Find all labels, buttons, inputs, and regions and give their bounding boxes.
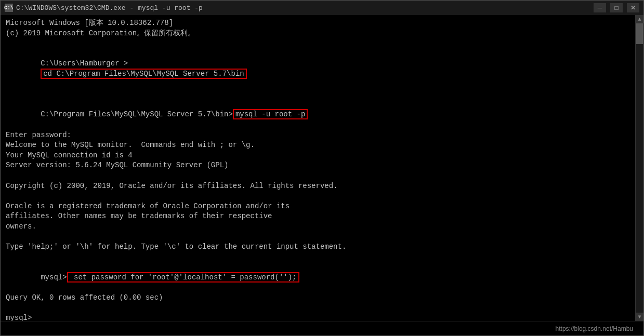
prompt-2: C:\Program Files\MySQL\MySQL Server 5.7\… xyxy=(41,110,233,118)
line-help: Type 'help;' or '\h' for help. Type '\c'… xyxy=(6,242,630,252)
close-button[interactable]: ✕ xyxy=(627,3,639,12)
window-icon: C:\ xyxy=(5,4,13,12)
line-oracle-1: Oracle is a registered trademark of Orac… xyxy=(6,201,630,212)
restore-button[interactable]: □ xyxy=(610,3,623,12)
line-mysql-prompt-final: mysql> xyxy=(6,313,630,321)
line-enter-password: Enter password: xyxy=(6,130,630,141)
title-bar-left: C:\ C:\WINDOWS\system32\CMD.exe - mysql … xyxy=(5,4,203,12)
line-connection-id: Your MySQL connection id is 4 xyxy=(6,151,630,161)
scrollbar[interactable]: ▲ ▼ xyxy=(635,15,643,321)
set-password-highlighted: set password for 'root'@'localhost' = pa… xyxy=(67,272,299,283)
line-blank-2 xyxy=(6,89,630,100)
scroll-down-arrow[interactable]: ▼ xyxy=(636,313,644,321)
line-copyright: Copyright (c) 2000, 2019, Oracle and/or … xyxy=(6,181,630,192)
line-blank-1 xyxy=(6,38,630,49)
line-server-version: Server version: 5.6.24 MySQL Community S… xyxy=(6,160,630,171)
cmd-window: C:\ C:\WINDOWS\system32\CMD.exe - mysql … xyxy=(0,0,644,336)
line-blank-6 xyxy=(6,252,630,263)
line-oracle-3: owners. xyxy=(6,222,630,232)
title-bar-text: C:\WINDOWS\system32\CMD.exe - mysql -u r… xyxy=(16,4,203,12)
line-blank-4 xyxy=(6,191,630,201)
line-mysql-command: C:\Program Files\MySQL\MySQL Server 5.7\… xyxy=(6,100,630,130)
terminal-content[interactable]: Microsoft Windows [版本 10.0.18362.778] (c… xyxy=(1,15,635,321)
content-area: Microsoft Windows [版本 10.0.18362.778] (c… xyxy=(1,15,643,321)
watermark-text: https://blog.csdn.net/Hambu xyxy=(556,325,633,332)
line-blank-7 xyxy=(6,303,630,314)
line-cd-command: C:\Users\Hamburger > cd C:\Program Files… xyxy=(6,49,630,89)
title-bar-controls: ─ □ ✕ xyxy=(594,3,639,12)
line-blank-5 xyxy=(6,232,630,242)
cd-command-highlighted: cd C:\Program Files\MySQL\MySQL Server 5… xyxy=(41,69,246,79)
prompt-1: C:\Users\Hamburger > xyxy=(41,59,128,68)
line-blank-3 xyxy=(6,171,630,181)
line-oracle-2: affiliates. Other names may be trademark… xyxy=(6,211,630,222)
line-2: (c) 2019 Microsoft Corporation。保留所有权利。 xyxy=(6,29,630,39)
line-welcome: Welcome to the MySQL monitor. Commands e… xyxy=(6,140,630,151)
line-1: Microsoft Windows [版本 10.0.18362.778] xyxy=(6,18,630,29)
mysql-command-highlighted: mysql -u root -p xyxy=(233,109,308,119)
line-set-password: mysql> set password for 'root'@'localhos… xyxy=(6,262,630,293)
scrollbar-thumb[interactable] xyxy=(636,23,643,44)
minimize-button[interactable]: ─ xyxy=(594,3,606,12)
line-query-ok: Query OK, 0 rows affected (0.00 sec) xyxy=(6,293,630,303)
title-bar: C:\ C:\WINDOWS\system32\CMD.exe - mysql … xyxy=(1,1,643,15)
scrollbar-track[interactable] xyxy=(636,23,643,313)
scroll-up-arrow[interactable]: ▲ xyxy=(636,15,644,23)
mysql-prompt-1: mysql> xyxy=(41,273,67,281)
